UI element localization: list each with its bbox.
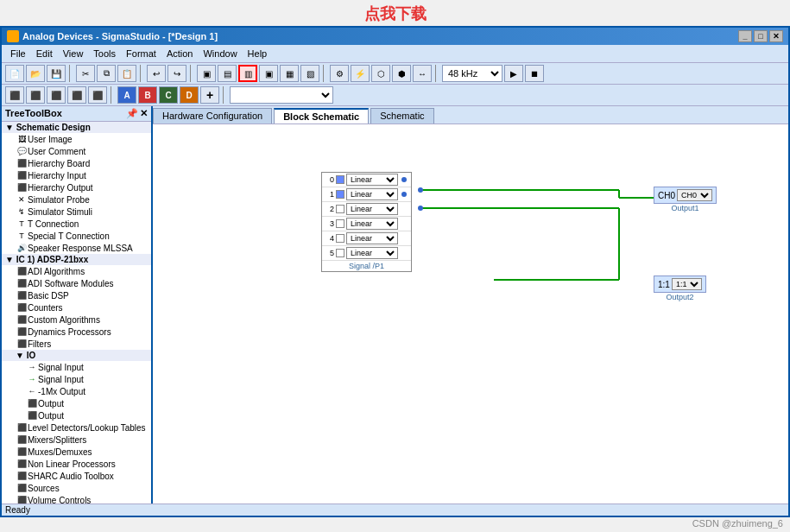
- btn-i[interactable]: ⬢: [392, 65, 411, 82]
- tree-item-adi-alg[interactable]: ⬛ADI Algorithms: [2, 265, 151, 277]
- tree-item-basic-dsp[interactable]: ⬛Basic DSP: [2, 289, 151, 301]
- select-3[interactable]: Linear: [346, 218, 398, 230]
- counters-icon: ⬛: [16, 302, 28, 313]
- btn-e[interactable]: ▧: [300, 65, 319, 82]
- paste-button[interactable]: 📋: [117, 65, 136, 82]
- section-ic[interactable]: ▼ IC 1) ADSP-21bxx: [2, 254, 151, 265]
- menu-tools[interactable]: Tools: [88, 47, 121, 60]
- tb2-btnC[interactable]: C: [159, 86, 178, 104]
- minimize-button[interactable]: _: [738, 30, 752, 42]
- tb2-btn5[interactable]: ⬛: [88, 86, 107, 104]
- select-1[interactable]: Linear: [346, 188, 398, 200]
- menu-view[interactable]: View: [58, 47, 89, 60]
- btn-d[interactable]: ▦: [280, 65, 299, 82]
- tree-item-user-comment[interactable]: 💬User Comment: [2, 145, 151, 157]
- save-button[interactable]: 💾: [47, 65, 66, 82]
- tb2-btnD[interactable]: D: [180, 86, 199, 104]
- checkbox-0[interactable]: [336, 175, 344, 184]
- checkbox-1[interactable]: [336, 190, 344, 199]
- checkbox-3[interactable]: [336, 219, 344, 228]
- close-button[interactable]: ✕: [769, 30, 783, 42]
- tree-item-dynamics[interactable]: ⬛Dynamics Processors: [2, 326, 151, 338]
- checkbox-5[interactable]: [336, 249, 344, 257]
- tree-item-mixers[interactable]: ⬛Mixers/Splitters: [2, 434, 151, 446]
- tree-item-special-t[interactable]: TSpecial T Connection: [2, 230, 151, 242]
- scheme-select[interactable]: [230, 86, 333, 104]
- tree-item-mx-output[interactable]: ←-1Mx Output: [2, 385, 151, 397]
- tree-item-simulator-probe[interactable]: ✕Simulator Probe: [2, 193, 151, 206]
- btn-a[interactable]: ▣: [197, 65, 216, 82]
- btn-highlight[interactable]: ▥: [238, 65, 257, 82]
- btn-h[interactable]: ⬡: [371, 65, 390, 82]
- output2-select[interactable]: 1:1: [672, 278, 702, 290]
- menu-window[interactable]: Window: [198, 47, 242, 60]
- undo-button[interactable]: ↩: [147, 65, 166, 82]
- select-5[interactable]: Linear: [346, 247, 398, 259]
- tb2-btn4[interactable]: ⬛: [67, 86, 86, 104]
- checkbox-2[interactable]: [336, 205, 344, 213]
- btn-g[interactable]: ⚡: [351, 65, 370, 82]
- menu-help[interactable]: Help: [243, 47, 273, 60]
- frequency-select[interactable]: 48 kHz 44.1 kHz 96 kHz: [442, 65, 502, 82]
- tb2-btn1[interactable]: ⬛: [5, 86, 24, 104]
- tree-item-signal-input2[interactable]: →Signal Input: [2, 373, 151, 385]
- tree-item-signal-input1[interactable]: →Signal Input: [2, 361, 151, 373]
- tab-hardware-config[interactable]: Hardware Configuration: [153, 108, 272, 124]
- tree-item-sharc[interactable]: ⬛SHARC Audio Toolbox: [2, 470, 151, 482]
- maximize-button[interactable]: □: [754, 30, 768, 42]
- checkbox-4[interactable]: [336, 234, 344, 243]
- tb2-plus[interactable]: +: [200, 86, 219, 104]
- output1-select[interactable]: CH0: [677, 189, 712, 201]
- tab-schematic[interactable]: Schematic: [370, 108, 433, 124]
- tree-item-sources[interactable]: ⬛Sources: [2, 482, 151, 494]
- tree-item-adi-sw[interactable]: ⬛ADI Software Modules: [2, 277, 151, 289]
- cut-button[interactable]: ✂: [76, 65, 95, 82]
- select-4[interactable]: Linear: [346, 232, 398, 244]
- select-0[interactable]: Linear: [346, 174, 398, 186]
- open-button[interactable]: 📂: [26, 65, 45, 82]
- tree-item-speaker[interactable]: 🔊Speaker Response MLSSA: [2, 242, 151, 254]
- tree-item-hierarchy-input[interactable]: ⬛Hierarchy Input: [2, 169, 151, 181]
- btn-k[interactable]: ▶: [504, 65, 523, 82]
- tb2-btnA[interactable]: A: [117, 86, 136, 104]
- tree-item-hierarchy-output[interactable]: ⬛Hierarchy Output: [2, 181, 151, 193]
- sep3: [190, 65, 193, 82]
- section-io[interactable]: ▼ IO: [2, 350, 151, 361]
- tree-item-volume[interactable]: ⬛Volume Controls: [2, 494, 151, 504]
- redo-button[interactable]: ↪: [167, 65, 186, 82]
- menu-file[interactable]: File: [5, 47, 31, 60]
- tree-item-custom-alg[interactable]: ⬛Custom Algorithms: [2, 314, 151, 326]
- tb2-btn3[interactable]: ⬛: [47, 86, 66, 104]
- out2-icon: ⬛: [26, 410, 38, 421]
- sep6: [111, 86, 114, 104]
- select-2[interactable]: Linear: [346, 203, 398, 215]
- tab-block-schematic[interactable]: Block Schematic: [274, 108, 369, 124]
- new-button[interactable]: 📄: [5, 65, 24, 82]
- tree-item-nonlinear[interactable]: ⬛Non Linear Processors: [2, 458, 151, 470]
- menu-edit[interactable]: Edit: [31, 47, 58, 60]
- tree-item-level-det[interactable]: ⬛Level Detectors/Lookup Tables: [2, 421, 151, 434]
- tree-item-t-connection[interactable]: TT Connection: [2, 218, 151, 230]
- tree-close-icon[interactable]: ✕: [140, 108, 148, 119]
- copy-button[interactable]: ⧉: [97, 65, 116, 82]
- tb2-btn2[interactable]: ⬛: [26, 86, 45, 104]
- btn-f[interactable]: ⚙: [330, 65, 349, 82]
- section-schematic-design[interactable]: ▼ Schematic Design: [2, 122, 151, 133]
- tree-pin-icon[interactable]: 📌: [126, 108, 138, 119]
- btn-j[interactable]: ↔: [413, 65, 432, 82]
- tree-item-muxes[interactable]: ⬛Muxes/Demuxes: [2, 446, 151, 458]
- tree-item-counters[interactable]: ⬛Counters: [2, 301, 151, 314]
- menu-action[interactable]: Action: [161, 47, 199, 60]
- tree-item-output1[interactable]: ⬛Output: [2, 397, 151, 409]
- tree-item-filters[interactable]: ⬛Filters: [2, 338, 151, 350]
- stimuli-icon: ↯: [16, 206, 28, 217]
- btn-l[interactable]: ⏹: [525, 65, 544, 82]
- tree-item-hierarchy-board[interactable]: ⬛Hierarchy Board: [2, 157, 151, 169]
- tb2-btnB[interactable]: B: [138, 86, 157, 104]
- menu-format[interactable]: Format: [121, 47, 161, 60]
- tree-item-user-image[interactable]: 🖼User Image: [2, 133, 151, 145]
- tree-item-output2[interactable]: ⬛Output: [2, 409, 151, 421]
- tree-item-simulator-stimuli[interactable]: ↯Simulator Stimuli: [2, 206, 151, 218]
- btn-c[interactable]: ▣: [259, 65, 278, 82]
- btn-b[interactable]: ▤: [218, 65, 237, 82]
